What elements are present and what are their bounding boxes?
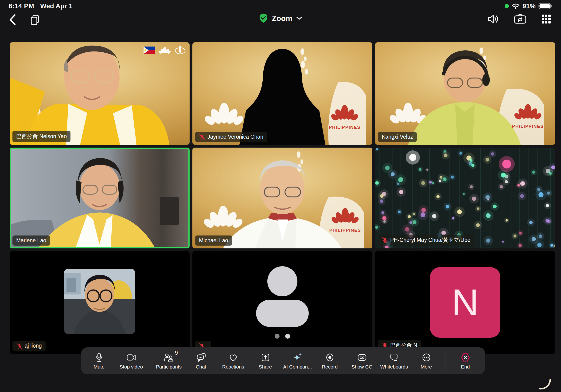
participant-video: [10, 148, 190, 248]
svg-text:PHILIPPINES: PHILIPPINES: [512, 124, 544, 129]
multitask-windows-button[interactable]: [30, 14, 40, 25]
security-shield-icon: [259, 13, 268, 23]
participant-name: aj liong: [25, 343, 42, 349]
muted-mic-icon: [382, 237, 388, 243]
share-arrow-up-icon: [260, 352, 271, 363]
video-tile-jaymee-chan[interactable]: PHILIPPINES Jaymee Veronica Chan: [192, 42, 372, 145]
gallery-view-button[interactable]: [541, 14, 552, 24]
status-bar: 8:14 PM Wed Apr 1 91%: [0, 2, 561, 10]
svg-text:PHILIPPINES: PHILIPPINES: [329, 125, 361, 130]
toolbar-label: End: [461, 364, 470, 370]
heart-icon: [228, 352, 239, 363]
participant-video: [375, 148, 555, 248]
zoom-meeting-screen: 8:14 PM Wed Apr 1 91%: [0, 0, 561, 392]
stop-video-button[interactable]: Stop video: [115, 352, 147, 370]
ai-companion-button[interactable]: AI Compan...: [281, 352, 314, 370]
participant-name: Kangxi Veluz: [382, 134, 413, 140]
participant-name-tag: PH-Cheryl May Chua/黃玉立/Ube: [378, 235, 474, 246]
toolbar-divider: [445, 351, 445, 370]
participant-name-tag: aj liong: [12, 341, 46, 351]
avatar-letter: N: [452, 284, 479, 321]
speaker-icon: [487, 14, 499, 24]
clock-time: 8:14 PM: [9, 2, 34, 10]
video-tile-michael-lao[interactable]: PHILIPPINES Michael Lao: [192, 148, 372, 248]
grid-view-icon: [541, 14, 552, 24]
record-button[interactable]: Record: [314, 352, 346, 370]
video-tile-aj-liong[interactable]: aj liong: [10, 251, 190, 354]
participant-name: 巴西分會 Nelson Yao: [16, 133, 67, 140]
person-silhouette-avatar: [254, 266, 311, 329]
reactions-button[interactable]: Reactions: [217, 352, 249, 370]
participant-video: PHILIPPINES: [192, 148, 372, 248]
show-cc-button[interactable]: CC Show CC: [346, 352, 378, 370]
page-dot-1: [275, 334, 280, 339]
battery-percent: 91%: [522, 2, 536, 10]
video-tile-unnamed-participant[interactable]: [192, 251, 372, 354]
participant-name-tag: Kangxi Veluz: [378, 132, 417, 142]
video-tile-kangxi-veluz[interactable]: PHILIPPINES Kangxi Veluz: [375, 42, 555, 145]
end-call-hexagon-icon: [460, 352, 471, 363]
muted-mic-icon: [16, 343, 22, 349]
participants-button[interactable]: 9 Participants: [153, 352, 185, 370]
blia-lotus-logo-icon: [159, 46, 171, 54]
record-circle-icon: [324, 352, 335, 363]
chevron-down-icon: [296, 16, 302, 20]
svg-text:CC: CC: [359, 356, 365, 359]
closed-captions-icon: CC: [357, 352, 367, 363]
participant-name-tag: Jaymee Veronica Chan: [195, 132, 267, 142]
more-button[interactable]: More: [410, 352, 442, 370]
video-tile-cheryl-chua[interactable]: PH-Cheryl May Chua/黃玉立/Ube: [375, 148, 555, 248]
end-meeting-button[interactable]: End: [448, 352, 483, 370]
camera-in-use-indicator-icon: [505, 4, 509, 8]
toolbar-label: Chat: [196, 364, 206, 370]
toolbar-label: Share: [259, 364, 272, 370]
share-button[interactable]: Share: [249, 352, 281, 370]
toolbar-label: Participants: [156, 364, 182, 370]
participant-name-tag: Marlene Lao: [12, 236, 50, 246]
participant-video: [10, 42, 190, 145]
toolbar-label: Reactions: [222, 364, 244, 370]
video-grid: 巴西分會 Nelson Yao PHILIPPINES Jaymee Veron…: [10, 42, 555, 354]
participant-name: Marlene Lao: [16, 237, 46, 244]
muted-mic-icon: [199, 134, 205, 140]
participant-name: Jaymee Veronica Chan: [207, 134, 263, 140]
philippines-flag-icon: [143, 46, 155, 54]
camera-flip-icon: [514, 14, 527, 24]
svg-text:PHILIPPINES: PHILIPPINES: [329, 228, 361, 233]
chat-bubble-icon: [196, 352, 206, 363]
mute-button[interactable]: Mute: [83, 352, 115, 370]
whiteboards-button[interactable]: Whiteboards: [378, 352, 410, 370]
meeting-title-menu[interactable]: Zoom: [259, 13, 302, 23]
chat-button[interactable]: Chat: [185, 352, 217, 370]
microphone-icon: [94, 352, 105, 363]
whiteboard-icon: [389, 352, 399, 363]
toolbar-label: AI Compan...: [283, 364, 312, 370]
switch-camera-button[interactable]: [514, 14, 527, 24]
wifi-icon: [512, 3, 520, 9]
branch-logos: [143, 46, 186, 55]
participant-name-tag: Michael Lao: [195, 236, 232, 246]
fgs-emblem-icon: [174, 46, 186, 55]
clock-date: Wed Apr 1: [40, 2, 72, 10]
participant-name: Michael Lao: [199, 237, 228, 244]
back-button[interactable]: [9, 14, 16, 26]
inset-video-frame: [64, 269, 135, 334]
initial-avatar: N: [430, 267, 500, 338]
gallery-page-indicator[interactable]: [275, 334, 290, 339]
participant-name-tag: 巴西分會 Nelson Yao: [12, 131, 70, 142]
participant-video: PHILIPPINES: [375, 42, 555, 145]
toolbar-label: Mute: [94, 364, 105, 370]
video-camera-icon: [126, 352, 137, 363]
toolbar-label: More: [421, 364, 432, 370]
toolbar-label: Record: [322, 364, 338, 370]
meeting-title: Zoom: [272, 14, 292, 23]
video-tile-nelson-yao[interactable]: 巴西分會 Nelson Yao: [10, 42, 190, 145]
meeting-toolbar: Mute Stop video 9 Participants: [81, 347, 485, 374]
video-tile-n-participant[interactable]: N 巴西分會 N: [375, 251, 555, 354]
participants-count-badge: 9: [175, 350, 178, 356]
page-dot-2: [285, 334, 290, 339]
battery-icon: [539, 3, 552, 10]
toolbar-label: Show CC: [351, 364, 372, 370]
video-tile-marlene-lao[interactable]: Marlene Lao: [10, 148, 190, 248]
speaker-output-button[interactable]: [487, 14, 499, 24]
